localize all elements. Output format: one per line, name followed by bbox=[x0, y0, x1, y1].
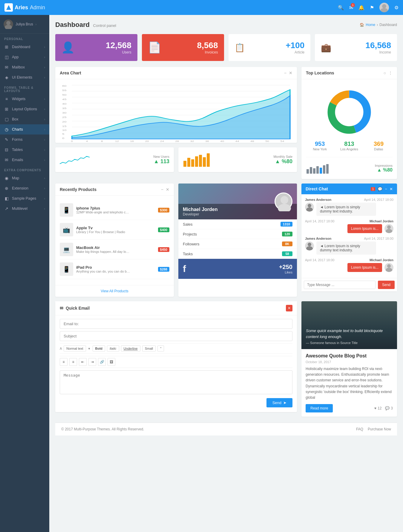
product-desc-iphone: 12MP Wide-angle and telephoto cam... bbox=[76, 210, 130, 214]
page-title-area: Dashboard Control panel bbox=[55, 21, 116, 29]
chat-message-input[interactable] bbox=[304, 281, 376, 289]
minimize-icon[interactable]: − bbox=[284, 71, 286, 75]
stat-card-articles: 📋 +100 Article bbox=[229, 34, 311, 61]
underline-button[interactable]: Underline bbox=[121, 346, 140, 351]
email-send-button[interactable]: Send ➤ bbox=[266, 398, 292, 407]
new-york-label: New York bbox=[306, 147, 334, 151]
view-all-products-button[interactable]: View All Products bbox=[55, 285, 174, 297]
email-subject-input[interactable] bbox=[60, 331, 292, 341]
new-users-chart bbox=[60, 152, 90, 168]
footer-purchase-link[interactable]: Purchase Now bbox=[368, 427, 391, 431]
mailbox-icon: ✉ bbox=[4, 65, 9, 70]
mail-icon[interactable]: ✉1 bbox=[349, 5, 353, 10]
sidebar-item-ui-elements[interactable]: ◈UI Elements › bbox=[0, 72, 49, 82]
users-icon: 👤 bbox=[61, 41, 75, 54]
profile-stat-projects: Projects 120 bbox=[178, 229, 297, 239]
chat-close-icon[interactable]: ✕ bbox=[390, 187, 393, 191]
sales-label: Sales bbox=[183, 222, 193, 227]
close-icon[interactable]: ✕ bbox=[289, 71, 292, 75]
bold-button[interactable]: Bold bbox=[93, 346, 105, 351]
area-chart-header: Area Chart − ✕ bbox=[55, 67, 297, 79]
sidebar-item-forms[interactable]: ✎Forms › bbox=[0, 134, 49, 145]
small-button[interactable]: Small bbox=[142, 346, 156, 351]
dots-icon[interactable]: ⋮ bbox=[388, 71, 393, 75]
sample-pages-icon: ◧ bbox=[4, 196, 9, 201]
area-chart-card: Area Chart − ✕ 60 55 50 bbox=[55, 67, 297, 143]
user-avatar[interactable] bbox=[379, 3, 389, 12]
product-price-iphone: $300 bbox=[158, 208, 169, 213]
breadcrumb-separator: › bbox=[377, 23, 378, 27]
nav-icons: 🔍 ✉1 🔔 ⚑ ⚙ bbox=[338, 3, 399, 12]
chat-bubble-icon[interactable]: 💬 bbox=[378, 187, 382, 191]
top-locations-body: 953 New York 813 Los Angeles 369 Dallas bbox=[301, 79, 397, 179]
sidebar-item-app[interactable]: ◫App › bbox=[0, 52, 49, 62]
mail-badge: 1 bbox=[351, 3, 355, 7]
list-unordered-icon[interactable]: ≡ bbox=[69, 358, 77, 366]
dashboard-icon: ⊞ bbox=[4, 45, 9, 49]
read-more-button[interactable]: Read more bbox=[306, 404, 333, 412]
email-to-input[interactable] bbox=[60, 319, 292, 329]
table-row: 📱 iPad Pro Anything you can do, you can … bbox=[60, 259, 169, 279]
sidebar-item-tables[interactable]: ⊟Tables › bbox=[0, 145, 49, 155]
bell-icon[interactable]: 🔔 bbox=[358, 5, 364, 10]
sidebar-item-widgets[interactable]: ≡Widgets › bbox=[0, 94, 49, 104]
quote-button[interactable]: " bbox=[157, 346, 164, 351]
sidebar-item-emails[interactable]: ✉Emails › bbox=[0, 155, 49, 165]
list-item: Michael Jorden April 14, 2017 18:00 Lore… bbox=[305, 219, 393, 233]
close-products-icon[interactable]: ✕ bbox=[166, 187, 169, 192]
products-row: Recently Products − ✕ 📱 iphone 7plus 12M… bbox=[55, 184, 397, 297]
brand-logo[interactable]: AriesAdmin bbox=[4, 3, 338, 12]
email-message-input[interactable] bbox=[60, 370, 292, 394]
gear-icon[interactable]: ⚙ bbox=[394, 5, 399, 10]
sidebar-user[interactable]: Juliya Brus › bbox=[0, 15, 49, 34]
sidebar-item-multilevel[interactable]: ↗Multilevel › bbox=[0, 204, 49, 214]
svg-rect-59 bbox=[320, 168, 322, 174]
image-icon[interactable]: 🖼 bbox=[108, 358, 115, 366]
svg-text:35: 35 bbox=[62, 107, 66, 110]
projects-label: Projects bbox=[183, 232, 197, 236]
donut-svg bbox=[325, 88, 373, 136]
sidebar: Juliya Brus › PERSONAL ⊞Dashboard › ◫App… bbox=[0, 15, 49, 532]
svg-text:5: 5 bbox=[62, 133, 64, 135]
sidebar-item-map[interactable]: ◉Map › bbox=[0, 173, 49, 183]
sidebar-item-charts[interactable]: ◷Charts › bbox=[0, 124, 49, 134]
facebook-icon: f bbox=[183, 263, 186, 274]
italic-button[interactable]: Italic bbox=[107, 346, 119, 351]
quick-email-body: A Normal text ▼ Bold Italic Underline Sm… bbox=[55, 315, 297, 403]
blog-actions: ♥ 12 💬 3 bbox=[374, 406, 393, 410]
normal-text-button[interactable]: Normal text bbox=[64, 346, 86, 351]
link-icon[interactable]: 🔗 bbox=[98, 358, 106, 366]
indent-decrease-icon[interactable]: ⇤ bbox=[79, 358, 87, 366]
sidebar-item-dashboard[interactable]: ⊞Dashboard › bbox=[0, 42, 49, 52]
sidebar-item-layout-options[interactable]: ⊞Layout Options › bbox=[0, 104, 49, 114]
sidebar-item-extension[interactable]: ⊕Extension › bbox=[0, 183, 49, 193]
flag-icon[interactable]: ⚑ bbox=[370, 5, 374, 10]
profile-avatar-wrapper bbox=[275, 192, 292, 210]
product-price-macbook: $450 bbox=[158, 247, 169, 252]
comments-count: 3 bbox=[391, 406, 393, 410]
footer-faq-link[interactable]: FAQ bbox=[356, 427, 363, 431]
list-ordered-icon[interactable]: ≡ bbox=[60, 358, 68, 366]
top-navigation: AriesAdmin 🔍 ✉1 🔔 ⚑ ⚙ bbox=[0, 0, 403, 15]
sidebar-item-sample-pages[interactable]: ◧Sample Pages › bbox=[0, 193, 49, 204]
sidebar-item-mailbox[interactable]: ✉Mailbox › bbox=[0, 62, 49, 72]
search-icon[interactable]: 🔍 bbox=[338, 5, 344, 10]
sidebar-section-extra: EXTRA COMPONENTS bbox=[0, 165, 49, 173]
chat-minimize-icon[interactable]: − bbox=[385, 187, 387, 191]
sidebar-label-dashboard: Dashboard bbox=[12, 45, 30, 49]
table-row: 📺 Apple Tv Library | For You | Browse | … bbox=[60, 220, 169, 240]
circle-icon[interactable]: ○ bbox=[384, 71, 386, 75]
breadcrumb-home-link[interactable]: Home bbox=[366, 23, 375, 27]
multilevel-chevron: › bbox=[44, 207, 45, 210]
send-label: Send bbox=[272, 400, 281, 405]
main-content: Dashboard Control panel 🏠 Home › Dashboa… bbox=[49, 15, 403, 532]
svg-text:55: 55 bbox=[62, 89, 66, 92]
svg-text:15: 15 bbox=[62, 125, 66, 128]
area-chart-section: Area Chart − ✕ 60 55 50 bbox=[55, 67, 297, 179]
quick-email-close-button[interactable]: ✕ bbox=[286, 305, 292, 311]
sidebar-item-box[interactable]: ▢Box › bbox=[0, 114, 49, 124]
indent-increase-icon[interactable]: ⇥ bbox=[88, 358, 96, 366]
minimize-products-icon[interactable]: − bbox=[161, 187, 163, 192]
svg-text:4: 4 bbox=[86, 140, 88, 142]
chat-send-button[interactable]: Send bbox=[378, 281, 395, 289]
